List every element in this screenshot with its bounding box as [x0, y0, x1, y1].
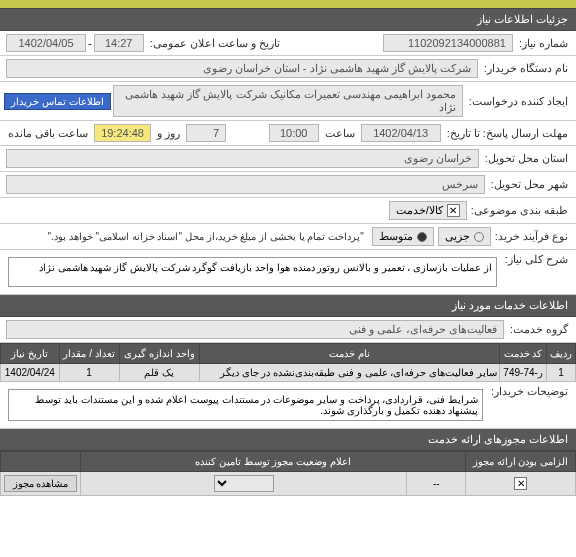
buytype-low-label: جزیی — [445, 230, 470, 243]
lbl-buytype: نوع فرآیند خرید: — [491, 230, 572, 243]
val-days-left: 7 — [186, 124, 226, 142]
th-row: ردیف — [547, 344, 576, 364]
val-svc-group: فعالیت‌های حرفه‌ای، علمی و فنی — [6, 320, 504, 339]
val-city: سرخس — [6, 175, 485, 194]
cell-lic-dash: -- — [407, 472, 466, 496]
row-buyer: نام دستگاه خریدار: شرکت پالایش گاز شهید … — [0, 56, 576, 82]
cell-lic-select — [81, 472, 407, 496]
cell-lic-view: مشاهده مجوز — [1, 472, 81, 496]
val-province: خراسان رضوی — [6, 149, 479, 168]
lbl-req-no: شماره نیاز: — [515, 37, 572, 50]
lbl-remain: ساعت باقی مانده — [4, 127, 92, 140]
th-qty: تعداد / مقدار — [59, 344, 119, 364]
val-buyer: شرکت پالایش گاز شهید هاشمی نژاد - استان … — [6, 59, 478, 78]
cat-goods-label: کالا/خدمت — [396, 204, 443, 217]
lbl-desc: شرح کلی نیاز: — [501, 253, 572, 266]
license-table: الزامی بودن ارائه مجوز اعلام وضعیت مجوز … — [0, 451, 576, 496]
val-buyer-notes: شرایط فنی، قراردادی، پرداخت و سایر موضوع… — [8, 389, 483, 421]
row-city: شهر محل تحویل: سرخس — [0, 172, 576, 198]
th-name: نام خدمت — [199, 344, 499, 364]
cell-date: 1402/04/24 — [1, 364, 60, 382]
row-deadline: مهلت ارسال پاسخ: تا تاریخ: 1402/04/13 سا… — [0, 121, 576, 146]
empty-yellow-bar — [0, 0, 576, 9]
radio-icon — [474, 232, 484, 242]
cat-option-goods[interactable]: ✕ کالا/خدمت — [389, 201, 467, 220]
lbl-announce: تاریخ و ساعت اعلان عمومی: — [146, 37, 284, 50]
val-announce-date: 1402/04/05 — [6, 34, 86, 52]
row-buyer-notes: توضیحات خریدار: شرایط فنی، قراردادی، پرد… — [0, 382, 576, 429]
lbl-deadline: مهلت ارسال پاسخ: تا تاریخ: — [443, 127, 572, 140]
buytype-low[interactable]: جزیی — [438, 227, 491, 246]
val-announce-time: 14:27 — [94, 34, 144, 52]
lbl-category: طبقه بندی موضوعی: — [467, 204, 572, 217]
cell-idx: 1 — [547, 364, 576, 382]
license-info-title: اطلاعات مجوزهای ارائه خدمت — [428, 433, 568, 445]
license-row: ✕ -- مشاهده مجوز — [1, 472, 576, 496]
buytype-mid[interactable]: متوسط — [372, 227, 434, 246]
row-province: استان محل تحویل: خراسان رضوی — [0, 146, 576, 172]
cell-qty: 1 — [59, 364, 119, 382]
lbl-svc-group: گروه خدمت: — [506, 323, 572, 336]
btn-buyer-contact[interactable]: اطلاعات تماس خریدار — [4, 93, 111, 110]
license-select[interactable] — [214, 475, 274, 492]
row-category: طبقه بندی موضوعی: ✕ کالا/خدمت — [0, 198, 576, 224]
th-lic-required: الزامی بودن ارائه مجوز — [466, 452, 576, 472]
val-creator: محمود ابراهیمی مهندسی تعمیرات مکانیک شرک… — [113, 85, 463, 117]
row-req-number: شماره نیاز: 1102092134000881 تاریخ و ساع… — [0, 31, 576, 56]
th-date: تاریخ نیاز — [1, 344, 60, 364]
th-unit: واحد اندازه گیری — [119, 344, 199, 364]
license-info-header: اطلاعات مجوزهای ارائه خدمت — [0, 429, 576, 451]
lbl-province: استان محل تحویل: — [481, 152, 572, 165]
cell-code: ر-74-749 — [499, 364, 546, 382]
radio-icon-selected — [417, 232, 427, 242]
lbl-buyer-notes: توضیحات خریدار: — [487, 385, 572, 398]
cell-lic-required: ✕ — [466, 472, 576, 496]
buytype-note: "پرداخت تمام یا بخشی از مبلغ خرید،از محل… — [4, 231, 368, 242]
services-table: ردیف کد خدمت نام خدمت واحد اندازه گیری ت… — [0, 343, 576, 382]
row-buytype: نوع فرآیند خرید: جزیی متوسط "پرداخت تمام… — [0, 224, 576, 250]
page-header: جزئیات اطلاعات نیاز — [0, 9, 576, 31]
th-lic-status: اعلام وضعیت مجوز توسط تامین کننده — [81, 452, 466, 472]
val-deadline-time: 10:00 — [269, 124, 319, 142]
lbl-buyer: نام دستگاه خریدار: — [480, 62, 572, 75]
cell-unit: یک قلم — [119, 364, 199, 382]
row-svc-group: گروه خدمت: فعالیت‌های حرفه‌ای، علمی و فن… — [0, 317, 576, 343]
val-desc: از عملیات بازسازی ، تعمیر و بالانس روتور… — [8, 257, 497, 287]
table-row: 1 ر-74-749 سایر فعالیت‌های حرفه‌ای، علمی… — [1, 364, 576, 382]
check-icon: ✕ — [447, 204, 460, 217]
lbl-days: روز و — [153, 127, 184, 140]
val-deadline-date: 1402/04/13 — [361, 124, 441, 142]
service-info-title: اطلاعات خدمات مورد نیاز — [452, 299, 568, 311]
lbl-at: ساعت — [321, 127, 359, 140]
val-req-no: 1102092134000881 — [383, 34, 513, 52]
row-creator: ایجاد کننده درخواست: محمود ابراهیمی مهند… — [0, 82, 576, 121]
btn-view-license[interactable]: مشاهده مجوز — [4, 475, 78, 492]
service-info-header: اطلاعات خدمات مورد نیاز — [0, 295, 576, 317]
th-code: کد خدمت — [499, 344, 546, 364]
lbl-city: شهر محل تحویل: — [487, 178, 572, 191]
checkbox-icon[interactable]: ✕ — [514, 477, 527, 490]
lbl-creator: ایجاد کننده درخواست: — [465, 95, 572, 108]
row-desc: شرح کلی نیاز: از عملیات بازسازی ، تعمیر … — [0, 250, 576, 295]
cell-name: سایر فعالیت‌های حرفه‌ای، علمی و فنی طبقه… — [199, 364, 499, 382]
page-title: جزئیات اطلاعات نیاز — [477, 13, 568, 25]
buytype-mid-label: متوسط — [379, 230, 413, 243]
val-remain-time: 19:24:48 — [94, 124, 151, 142]
